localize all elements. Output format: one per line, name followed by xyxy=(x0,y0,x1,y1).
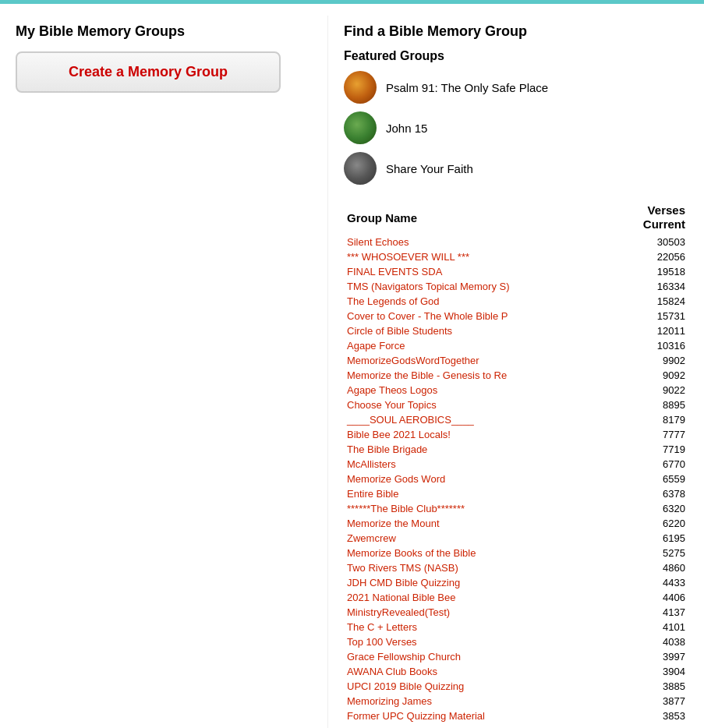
group-count-cell: 6220 xyxy=(611,516,688,531)
group-name-cell[interactable]: 2021 National Bible Bee xyxy=(344,590,611,605)
group-name-cell[interactable]: Grace Fellowship Church xyxy=(344,649,611,664)
table-row: Memorize the Mount 6220 xyxy=(344,516,688,531)
group-name-cell[interactable]: ******The Bible Club******* xyxy=(344,501,611,516)
group-name-cell[interactable]: AWANA Club Books xyxy=(344,664,611,679)
group-count-cell: 9092 xyxy=(611,368,688,383)
left-panel: My Bible Memory Groups Create a Memory G… xyxy=(0,16,327,728)
group-name-cell[interactable]: Two Rivers TMS (NASB) xyxy=(344,560,611,575)
find-group-title: Find a Bible Memory Group xyxy=(344,23,688,40)
group-name-cell[interactable]: McAllisters xyxy=(344,457,611,472)
table-row: Memorize Gods Word 6559 xyxy=(344,472,688,486)
group-count-cell: 3885 xyxy=(611,679,688,694)
group-count-cell: 3997 xyxy=(611,649,688,664)
table-row: TMS (Navigators Topical Memory S) 16334 xyxy=(344,279,688,294)
group-name-cell[interactable]: Top 100 Verses xyxy=(344,634,611,649)
featured-avatar-share xyxy=(344,152,377,185)
table-row: 2021 National Bible Bee 4406 xyxy=(344,590,688,605)
group-name-cell[interactable]: The Bible Brigade xyxy=(344,442,611,457)
group-name-cell[interactable]: Memorize Gods Word xyxy=(344,472,611,486)
group-count-cell: 6320 xyxy=(611,501,688,516)
group-count-cell: 30503 xyxy=(611,235,688,249)
group-name-cell[interactable]: MemorizeGodsWordTogether xyxy=(344,353,611,368)
table-row: Top 100 Verses 4038 xyxy=(344,634,688,649)
table-row: Former UPC Quizzing Material 3853 xyxy=(344,709,688,723)
group-count-cell: 3904 xyxy=(611,664,688,679)
group-name-cell[interactable]: Zwemcrew xyxy=(344,531,611,546)
table-row: Grace Fellowship Church 3997 xyxy=(344,649,688,664)
group-name-cell[interactable]: UPCI 2019 Bible Quizzing xyxy=(344,679,611,694)
group-name-cell[interactable]: Memorize the Mount xyxy=(344,516,611,531)
table-row: Memorizing James 3877 xyxy=(344,694,688,709)
group-count-cell: 7777 xyxy=(611,427,688,442)
group-name-cell[interactable]: Memorize Books of the Bible xyxy=(344,546,611,560)
group-name-cell[interactable]: Silent Echoes xyxy=(344,235,611,249)
my-groups-title: My Bible Memory Groups xyxy=(16,23,312,40)
table-row: Choose Your Topics 8895 xyxy=(344,398,688,412)
group-count-cell: 10316 xyxy=(611,338,688,353)
group-count-cell: 6195 xyxy=(611,531,688,546)
featured-avatar-john15 xyxy=(344,111,377,144)
featured-item-share[interactable]: Share Your Faith xyxy=(344,152,688,185)
table-row: Cover to Cover - The Whole Bible P 15731 xyxy=(344,309,688,323)
group-count-cell: 4406 xyxy=(611,590,688,605)
table-row: Two Rivers TMS (NASB) 4860 xyxy=(344,560,688,575)
table-row: Agape Theos Logos 9022 xyxy=(344,383,688,398)
group-count-cell: 6378 xyxy=(611,486,688,501)
group-name-cell[interactable]: TMS (Navigators Topical Memory S) xyxy=(344,279,611,294)
table-row: Zwemcrew 6195 xyxy=(344,531,688,546)
group-count-cell: 22056 xyxy=(611,249,688,264)
group-name-cell[interactable]: FINAL EVENTS SDA xyxy=(344,264,611,279)
group-name-cell[interactable]: Circle of Bible Students xyxy=(344,323,611,338)
table-row: The Bible Brigade 7719 xyxy=(344,442,688,457)
group-count-cell: 12011 xyxy=(611,323,688,338)
group-name-cell[interactable]: Bible Bee 2021 Locals! xyxy=(344,427,611,442)
group-name-cell[interactable]: The Legends of God xyxy=(344,294,611,309)
table-row: McAllisters 6770 xyxy=(344,457,688,472)
group-count-cell: 9022 xyxy=(611,383,688,398)
featured-item-john15[interactable]: John 15 xyxy=(344,111,688,144)
featured-groups-title: Featured Groups xyxy=(344,49,688,63)
table-row: The C + Letters 4101 xyxy=(344,620,688,634)
group-count-cell: 6770 xyxy=(611,457,688,472)
table-row: ____SOUL AEROBICS____ 8179 xyxy=(344,412,688,427)
group-count-cell: 4101 xyxy=(611,620,688,634)
right-panel: Find a Bible Memory Group Featured Group… xyxy=(327,16,704,728)
table-row: MemorizeGodsWordTogether 9902 xyxy=(344,353,688,368)
featured-label-share: Share Your Faith xyxy=(386,162,473,175)
group-name-cell[interactable]: Agape Theos Logos xyxy=(344,383,611,398)
group-count-cell: 9902 xyxy=(611,353,688,368)
group-name-cell[interactable]: Agape Force xyxy=(344,338,611,353)
group-name-cell[interactable]: Choose Your Topics xyxy=(344,398,611,412)
group-name-cell[interactable]: ____SOUL AEROBICS____ xyxy=(344,412,611,427)
group-count-cell: 4433 xyxy=(611,575,688,590)
table-row: Memorize Books of the Bible 5275 xyxy=(344,546,688,560)
group-name-cell[interactable]: Entire Bible xyxy=(344,486,611,501)
group-name-cell[interactable]: JDH CMD Bible Quizzing xyxy=(344,575,611,590)
group-count-cell: 4860 xyxy=(611,560,688,575)
group-count-cell: 7719 xyxy=(611,442,688,457)
featured-item-psalm91[interactable]: Psalm 91: The Only Safe Place xyxy=(344,71,688,104)
group-count-cell: 16334 xyxy=(611,279,688,294)
table-row: Circle of Bible Students 12011 xyxy=(344,323,688,338)
group-name-cell[interactable]: Cover to Cover - The Whole Bible P xyxy=(344,309,611,323)
group-count-cell: 15731 xyxy=(611,309,688,323)
group-name-cell[interactable]: Memorizing James xyxy=(344,694,611,709)
featured-avatar-psalm91 xyxy=(344,71,377,104)
group-name-cell[interactable]: Former UPC Quizzing Material xyxy=(344,709,611,723)
table-row: Silent Echoes 30503 xyxy=(344,235,688,249)
table-row: The Legends of God 15824 xyxy=(344,294,688,309)
group-name-cell[interactable]: *** WHOSOEVER WILL *** xyxy=(344,249,611,264)
create-memory-group-button[interactable]: Create a Memory Group xyxy=(16,51,281,93)
featured-label-psalm91: Psalm 91: The Only Safe Place xyxy=(386,81,548,94)
table-row: Bible Bee 2021 Locals! 7777 xyxy=(344,427,688,442)
group-count-cell: 6559 xyxy=(611,472,688,486)
group-count-cell: 5275 xyxy=(611,546,688,560)
group-name-cell[interactable]: MinistryRevealed(Test) xyxy=(344,605,611,620)
group-name-cell[interactable]: Memorize the Bible - Genesis to Re xyxy=(344,368,611,383)
group-count-cell: 3877 xyxy=(611,694,688,709)
group-count-cell: 15824 xyxy=(611,294,688,309)
group-name-cell[interactable]: The C + Letters xyxy=(344,620,611,634)
group-count-cell: 4137 xyxy=(611,605,688,620)
table-row: Entire Bible 6378 xyxy=(344,486,688,501)
table-row: MinistryRevealed(Test) 4137 xyxy=(344,605,688,620)
